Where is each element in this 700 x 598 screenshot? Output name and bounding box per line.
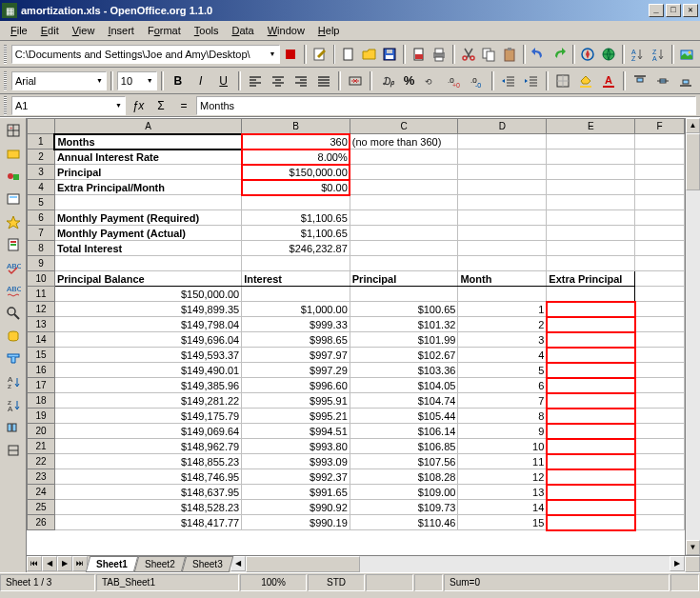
scroll-track[interactable] <box>686 133 700 540</box>
sort-za-button[interactable]: zA <box>3 394 24 415</box>
cell[interactable]: $1,100.65 <box>242 226 350 241</box>
navigator-button[interactable] <box>579 44 598 65</box>
row-header[interactable]: 15 <box>28 348 55 363</box>
cell[interactable] <box>458 165 547 180</box>
standard-format-button[interactable]: ⟲ <box>421 70 442 91</box>
cell[interactable]: $104.74 <box>350 393 458 409</box>
url-path-input[interactable]: C:\Documents and Settings\Joe and Amy\De… <box>11 45 280 64</box>
cell[interactable]: $994.51 <box>242 424 350 439</box>
cell[interactable]: $102.67 <box>350 348 458 363</box>
form-button[interactable] <box>3 189 24 209</box>
column-header-F[interactable]: F <box>635 119 685 134</box>
menu-format[interactable]: Format <box>141 23 188 38</box>
cell[interactable] <box>635 302 685 317</box>
cell[interactable] <box>547 500 635 515</box>
cell[interactable]: $1,000.00 <box>242 302 350 317</box>
cell[interactable] <box>458 195 547 210</box>
cell[interactable]: 4 <box>458 348 547 363</box>
row-header[interactable]: 7 <box>28 226 55 241</box>
cell[interactable]: $991.65 <box>242 485 350 500</box>
cell[interactable] <box>547 241 635 256</box>
cell[interactable] <box>350 210 458 226</box>
cell[interactable] <box>635 500 685 515</box>
increase-indent-button[interactable] <box>521 70 542 91</box>
row-header[interactable]: 4 <box>28 180 55 195</box>
menu-data[interactable]: Data <box>225 23 260 38</box>
cell[interactable]: $104.05 <box>350 378 458 393</box>
cell[interactable] <box>54 195 241 210</box>
cell[interactable]: $148,962.79 <box>54 439 241 454</box>
cell[interactable]: Monthly Payment (Required) <box>54 210 241 226</box>
cell[interactable] <box>350 241 458 256</box>
row-header[interactable]: 24 <box>28 485 55 500</box>
menu-file[interactable]: File <box>4 23 34 38</box>
cell[interactable]: $993.80 <box>242 439 350 454</box>
find-button[interactable] <box>3 303 24 324</box>
cell[interactable]: 15 <box>458 515 547 530</box>
align-bottom-button[interactable] <box>675 70 696 91</box>
cell[interactable] <box>635 256 685 271</box>
insert-cells-button[interactable]: + <box>3 120 24 141</box>
cell[interactable]: $150,000.00 <box>54 287 241 302</box>
scroll-thumb[interactable] <box>686 133 700 190</box>
function-wizard-button[interactable]: ƒx <box>128 95 149 116</box>
remove-decimal-button[interactable]: .0-0 <box>467 70 488 91</box>
cell[interactable]: $995.21 <box>242 409 350 424</box>
cell[interactable] <box>547 287 635 302</box>
cell[interactable] <box>458 210 547 226</box>
row-header[interactable]: 13 <box>28 317 55 332</box>
cell[interactable] <box>547 226 635 241</box>
menu-help[interactable]: Help <box>311 23 347 38</box>
cell[interactable] <box>635 439 685 454</box>
cell[interactable]: $109.00 <box>350 485 458 500</box>
cell[interactable]: $149,069.64 <box>54 424 241 439</box>
font-name-select[interactable]: Arial ▼ <box>11 71 107 90</box>
cell[interactable] <box>635 210 685 226</box>
cell[interactable]: $106.14 <box>350 424 458 439</box>
sheet-tab-2[interactable]: Sheet2 <box>134 556 186 572</box>
row-header[interactable]: 10 <box>28 271 55 287</box>
align-center-button[interactable] <box>268 70 289 91</box>
cell[interactable]: 11 <box>458 454 547 469</box>
scroll-right-button[interactable]: ▶ <box>670 556 685 571</box>
menu-insert[interactable]: Insert <box>101 23 141 38</box>
sum-button[interactable]: Σ <box>150 95 171 116</box>
cell[interactable] <box>547 439 635 454</box>
vertical-scrollbar[interactable]: ▲ ▼ <box>685 118 700 555</box>
cell[interactable]: $997.29 <box>242 363 350 378</box>
row-header[interactable]: 9 <box>28 256 55 271</box>
cell[interactable]: 12 <box>458 469 547 485</box>
cell[interactable]: 2 <box>458 317 547 332</box>
sort-asc-button[interactable]: AZ <box>629 44 648 65</box>
cell[interactable]: $109.73 <box>350 500 458 515</box>
formula-input[interactable]: Months <box>196 96 696 115</box>
theme-button[interactable] <box>3 234 24 255</box>
cell[interactable] <box>635 241 685 256</box>
export-pdf-button[interactable] <box>410 44 429 65</box>
cell[interactable]: $993.09 <box>242 454 350 469</box>
cell[interactable] <box>350 150 458 165</box>
sheet-tab-1[interactable]: Sheet1 <box>86 556 138 572</box>
copy-button[interactable] <box>480 44 499 65</box>
status-mode[interactable]: STD <box>308 574 365 591</box>
cell[interactable] <box>458 256 547 271</box>
cell[interactable]: 5 <box>458 363 547 378</box>
column-header-E[interactable]: E <box>547 119 635 134</box>
decrease-indent-button[interactable] <box>498 70 519 91</box>
cell[interactable]: Principal Balance <box>54 271 241 287</box>
cell[interactable] <box>547 210 635 226</box>
align-left-button[interactable] <box>245 70 266 91</box>
sort-desc-button[interactable]: ZA <box>649 44 668 65</box>
cell[interactable] <box>54 256 241 271</box>
equals-button[interactable]: = <box>173 95 194 116</box>
cell[interactable]: Principal <box>350 271 458 287</box>
cell[interactable]: $103.36 <box>350 363 458 378</box>
font-color-button[interactable]: A <box>598 70 619 91</box>
add-decimal-button[interactable]: .0+0 <box>444 70 465 91</box>
cell[interactable]: (no more than 360) <box>350 134 458 150</box>
cell[interactable]: Month <box>458 271 547 287</box>
cell[interactable]: Months <box>54 134 241 150</box>
cell[interactable] <box>547 317 635 332</box>
gallery-button[interactable] <box>678 44 697 65</box>
cell[interactable]: $149,899.35 <box>54 302 241 317</box>
